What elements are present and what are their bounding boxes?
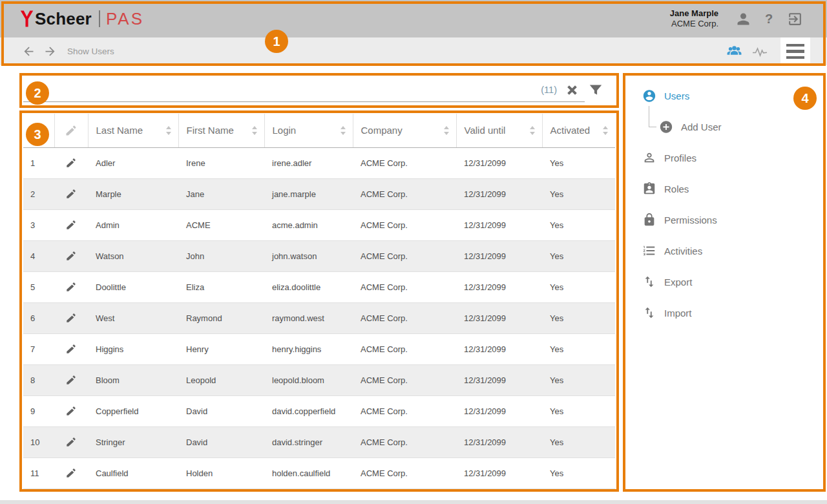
forward-icon[interactable] xyxy=(43,45,57,58)
edit-cell xyxy=(54,271,88,302)
edit-user-icon[interactable] xyxy=(65,467,77,479)
user-row[interactable]: 6 West Raymond raymond.west ACME Corp. 1… xyxy=(23,302,615,333)
sidebar-item-export[interactable]: Export xyxy=(623,266,826,297)
first-name-cell: Raymond xyxy=(178,302,264,333)
edit-column-header xyxy=(54,114,88,147)
sidebar-item-label: Import xyxy=(664,308,692,319)
column-header-last-name[interactable]: Last Name xyxy=(88,114,178,147)
add-user-icon xyxy=(659,120,673,134)
activated-cell: Yes xyxy=(542,178,615,209)
edit-user-icon[interactable] xyxy=(65,157,77,169)
user-row[interactable]: 4 Watson John john.watson ACME Corp. 12/… xyxy=(23,240,615,271)
login-cell: leopold.bloom xyxy=(264,364,353,395)
valid-until-cell: 12/31/2099 xyxy=(456,302,542,333)
last-name-cell: Marple xyxy=(88,178,178,209)
sidebar-item-permissions[interactable]: Permissions xyxy=(623,204,826,235)
edit-cell xyxy=(54,178,88,209)
first-name-cell: Leopold xyxy=(178,364,264,395)
edit-user-icon[interactable] xyxy=(65,343,77,355)
user-management-icon[interactable] xyxy=(721,43,747,59)
valid-until-cell: 12/31/2099 xyxy=(456,271,542,302)
filter-input[interactable] xyxy=(23,80,541,100)
login-cell: jane.marple xyxy=(264,178,353,209)
first-name-cell: Irene xyxy=(178,147,264,178)
sidebar-item-profiles[interactable]: Profiles xyxy=(623,142,826,173)
edit-user-icon[interactable] xyxy=(65,374,77,386)
menu-button[interactable] xyxy=(780,37,810,65)
user-profile-icon[interactable] xyxy=(730,10,756,28)
user-row[interactable]: 11 Caulfield Holden holden.caulfield ACM… xyxy=(23,457,615,488)
user-row[interactable]: 5 Doolittle Eliza eliza.doolittle ACME C… xyxy=(23,271,615,302)
edit-user-icon[interactable] xyxy=(65,281,77,293)
valid-until-cell: 12/31/2099 xyxy=(456,147,542,178)
table-header-row: Last Name First Name Login Company Valid… xyxy=(23,114,615,147)
first-name-cell: ACME xyxy=(178,209,264,240)
sidebar-item-activities[interactable]: Activities xyxy=(623,235,826,266)
filter-bar: (11) xyxy=(23,78,585,102)
edit-user-icon[interactable] xyxy=(65,405,77,417)
sort-icon xyxy=(340,126,346,135)
valid-until-cell: 12/31/2099 xyxy=(456,209,542,240)
sidebar-item-roles[interactable]: Roles xyxy=(623,173,826,204)
edit-user-icon[interactable] xyxy=(65,250,77,262)
activated-cell: Yes xyxy=(542,457,615,488)
company-cell: ACME Corp. xyxy=(353,147,456,178)
user-row[interactable]: 1 Adler Irene irene.adler ACME Corp. 12/… xyxy=(23,147,615,178)
last-name-cell: West xyxy=(88,302,178,333)
tree-connector xyxy=(649,106,656,127)
user-row[interactable]: 9 Copperfield David david.copperfield AC… xyxy=(23,395,615,426)
valid-until-cell: 12/31/2099 xyxy=(456,240,542,271)
login-cell: irene.adler xyxy=(264,147,353,178)
first-name-cell: David xyxy=(178,395,264,426)
sidebar-item-import[interactable]: Import xyxy=(623,297,826,328)
result-count: (11) xyxy=(541,85,557,95)
edit-cell xyxy=(54,395,88,426)
login-cell: eliza.doolittle xyxy=(264,271,353,302)
edit-user-icon[interactable] xyxy=(65,436,77,448)
sidebar-item-label: Export xyxy=(664,277,692,288)
logo-divider xyxy=(99,10,100,27)
clear-filter-icon[interactable] xyxy=(566,84,578,96)
logout-icon[interactable] xyxy=(782,11,808,27)
user-row[interactable]: 2 Marple Jane jane.marple ACME Corp. 12/… xyxy=(23,178,615,209)
brand-text: Scheer xyxy=(35,9,92,29)
user-row[interactable]: 8 Bloom Leopold leopold.bloom ACME Corp.… xyxy=(23,364,615,395)
company-cell: ACME Corp. xyxy=(353,364,456,395)
user-row[interactable]: 3 Admin ACME acme.admin ACME Corp. 12/31… xyxy=(23,209,615,240)
login-cell: raymond.west xyxy=(264,302,353,333)
activated-cell: Yes xyxy=(542,209,615,240)
row-number-cell: 7 xyxy=(23,333,54,364)
edit-column-pencil-icon xyxy=(55,124,88,137)
column-header-company[interactable]: Company xyxy=(353,114,456,147)
row-number-cell: 5 xyxy=(23,271,54,302)
navigation-bar: Show Users xyxy=(0,37,827,65)
filter-funnel-icon[interactable] xyxy=(588,82,603,98)
activated-cell: Yes xyxy=(542,395,615,426)
activity-pulse-icon[interactable] xyxy=(747,44,773,59)
valid-until-cell: 12/31/2099 xyxy=(456,333,542,364)
column-header-first-name[interactable]: First Name xyxy=(178,114,264,147)
header-right: Jane Marple ACME Corp. ? xyxy=(670,8,808,29)
company-cell: ACME Corp. xyxy=(353,333,456,364)
back-icon[interactable] xyxy=(22,45,36,58)
company-cell: ACME Corp. xyxy=(353,178,456,209)
edit-cell xyxy=(54,333,88,364)
sidebar-item-label: Roles xyxy=(664,184,689,194)
column-header-login[interactable]: Login xyxy=(264,114,353,147)
sort-icon xyxy=(165,126,172,135)
edit-user-icon[interactable] xyxy=(65,312,77,324)
company-cell: ACME Corp. xyxy=(353,209,456,240)
edit-cell xyxy=(54,364,88,395)
column-header-activated[interactable]: Activated xyxy=(542,114,615,147)
last-name-cell: Bloom xyxy=(88,364,178,395)
login-cell: david.copperfield xyxy=(264,395,353,426)
edit-user-icon[interactable] xyxy=(65,219,77,231)
last-name-cell: Adler xyxy=(88,147,178,178)
user-row[interactable]: 7 Higgins Henry henry.higgins ACME Corp.… xyxy=(23,333,615,364)
help-icon[interactable]: ? xyxy=(756,12,782,26)
first-name-cell: Holden xyxy=(178,457,264,488)
edit-user-icon[interactable] xyxy=(65,188,77,200)
column-header-valid-until[interactable]: Valid until xyxy=(456,114,542,147)
last-name-cell: Copperfield xyxy=(88,395,178,426)
user-row[interactable]: 10 Stringer David david.stringer ACME Co… xyxy=(23,426,615,457)
